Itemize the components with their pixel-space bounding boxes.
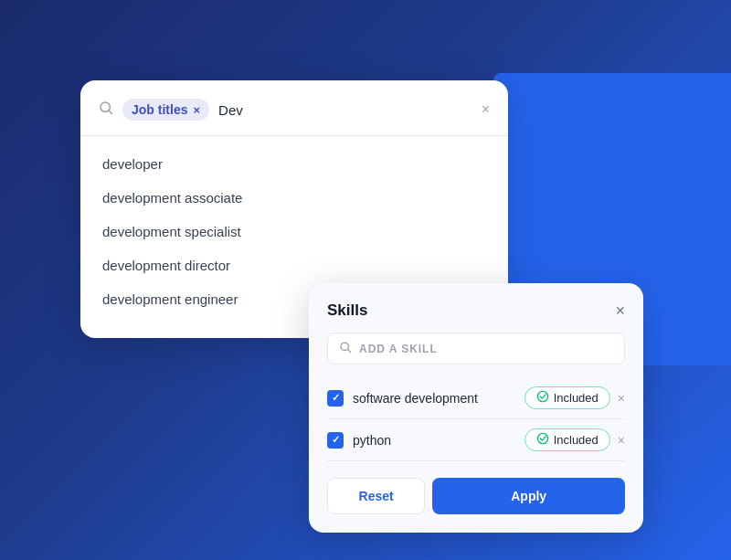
skill-left-1: ✓ software development: [327, 390, 478, 407]
skill-name-2: python: [353, 433, 391, 448]
search-icon: [99, 100, 113, 119]
skill-right-1: Included ×: [524, 386, 625, 409]
svg-point-5: [537, 433, 547, 443]
job-titles-tag[interactable]: Job titles ×: [122, 99, 209, 121]
skills-header: Skills ×: [327, 301, 625, 320]
skill-left-2: ✓ python: [327, 432, 391, 449]
search-bar: Job titles × ×: [80, 99, 508, 136]
suggestion-item[interactable]: developer: [80, 147, 508, 181]
skills-close-button[interactable]: ×: [615, 302, 625, 319]
apply-button[interactable]: Apply: [432, 478, 625, 514]
included-label-1: Included: [554, 391, 599, 405]
add-skill-search-icon: [339, 341, 352, 356]
skill-checkbox-1[interactable]: ✓: [327, 390, 344, 407]
checkbox-check-icon-1: ✓: [332, 392, 340, 404]
add-skill-label: ADD A SKILL: [359, 343, 438, 355]
skill-remove-1[interactable]: ×: [618, 391, 625, 406]
skills-panel: Skills × ADD A SKILL ✓ software developm…: [309, 283, 643, 533]
skill-row-2: ✓ python Included ×: [327, 419, 625, 461]
search-input[interactable]: [218, 102, 472, 118]
suggestion-item[interactable]: development specialist: [80, 215, 508, 248]
included-check-icon-2: [536, 432, 549, 448]
add-skill-bar[interactable]: ADD A SKILL: [327, 333, 625, 365]
skill-checkbox-2[interactable]: ✓: [327, 432, 344, 449]
suggestion-item[interactable]: development director: [80, 248, 508, 282]
actions-row: Reset Apply: [327, 478, 625, 514]
skill-row-1: ✓ software development Included ×: [327, 377, 625, 419]
skill-remove-2[interactable]: ×: [618, 433, 625, 448]
checkbox-check-icon-2: ✓: [332, 434, 340, 446]
included-badge-2[interactable]: Included: [524, 428, 610, 451]
skill-name-1: software development: [353, 391, 478, 406]
svg-line-1: [109, 111, 111, 113]
skill-right-2: Included ×: [524, 428, 625, 451]
included-badge-1[interactable]: Included: [524, 386, 610, 409]
svg-point-2: [341, 343, 348, 350]
job-titles-tag-label: Job titles: [132, 102, 187, 117]
included-label-2: Included: [554, 433, 599, 447]
svg-line-3: [348, 350, 351, 353]
skills-title: Skills: [327, 301, 367, 320]
suggestion-item[interactable]: development associate: [80, 181, 508, 215]
search-clear-button[interactable]: ×: [482, 101, 490, 118]
svg-point-4: [537, 391, 547, 401]
included-check-icon-1: [536, 390, 549, 406]
reset-button[interactable]: Reset: [327, 478, 425, 514]
tag-close-button[interactable]: ×: [193, 104, 200, 116]
